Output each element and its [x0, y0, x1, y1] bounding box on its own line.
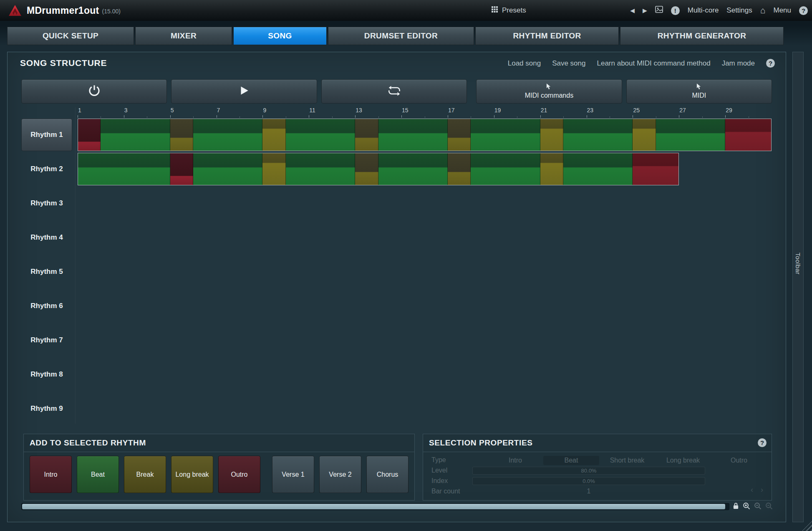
level-slider[interactable]: 80.0%: [472, 467, 705, 475]
zoom-out-icon[interactable]: [754, 502, 762, 511]
track-label-rhythm-3[interactable]: Rhythm 3: [21, 187, 72, 220]
midi-method-link[interactable]: Learn about MIDI command method: [597, 59, 710, 68]
save-song-link[interactable]: Save song: [552, 59, 585, 68]
track-lane-rhythm-9[interactable]: [78, 392, 772, 425]
add-verse-1-button[interactable]: Verse 1: [272, 456, 314, 493]
help-icon[interactable]: ?: [766, 59, 775, 68]
segment-beat[interactable]: [101, 119, 170, 151]
tab-drumset-editor[interactable]: DRUMSET EDITOR: [328, 27, 474, 45]
segment-beat[interactable]: [656, 119, 725, 151]
type-option-outro[interactable]: Outro: [711, 456, 767, 465]
help-icon[interactable]: ?: [799, 6, 808, 15]
segment-break[interactable]: [448, 153, 471, 185]
segment-break[interactable]: [448, 119, 471, 151]
track-label-rhythm-4[interactable]: Rhythm 4: [21, 221, 72, 254]
type-option-short-break[interactable]: Short break: [599, 456, 655, 465]
segment-beat[interactable]: [563, 153, 633, 185]
tab-mixer[interactable]: MIXER: [135, 27, 232, 45]
segment-intro[interactable]: [170, 153, 193, 185]
segment-longbreak[interactable]: [540, 153, 563, 185]
prev-selection-icon[interactable]: ‹: [751, 485, 753, 494]
add-long-break-button[interactable]: Long break: [171, 456, 213, 493]
section-title: SONG STRUCTURE: [20, 58, 107, 68]
resize-grip-icon[interactable]: [802, 521, 812, 531]
segment-beat[interactable]: [193, 153, 262, 185]
track-lane-rhythm-5[interactable]: [78, 255, 772, 288]
segment-beat[interactable]: [193, 119, 262, 151]
type-option-long-break[interactable]: Long break: [655, 456, 711, 465]
track-label-rhythm-9[interactable]: Rhythm 9: [21, 392, 72, 425]
track-label-rhythm-2[interactable]: Rhythm 2: [21, 153, 72, 185]
add-chorus-button[interactable]: Chorus: [366, 456, 409, 493]
load-song-link[interactable]: Load song: [508, 59, 541, 68]
alert-icon[interactable]: !: [671, 6, 680, 15]
segment-beat[interactable]: [78, 153, 170, 185]
help-icon[interactable]: ?: [758, 438, 767, 447]
track-label-rhythm-8[interactable]: Rhythm 8: [21, 358, 72, 391]
next-selection-icon[interactable]: ›: [761, 485, 763, 494]
tab-rhythm-generator[interactable]: RHYTHM GENERATOR: [620, 27, 784, 45]
segment-intro[interactable]: [78, 119, 101, 151]
bar-ruler[interactable]: 1357911131517192123252729: [78, 106, 772, 118]
segment-longbreak[interactable]: [262, 119, 285, 151]
segment-longbreak[interactable]: [262, 153, 285, 185]
track-lane-rhythm-3[interactable]: [78, 187, 772, 220]
segment-beat[interactable]: [471, 119, 540, 151]
type-option-beat[interactable]: Beat: [543, 456, 599, 465]
segment-beat[interactable]: [563, 119, 633, 151]
toolbar-strip[interactable]: Toolbar: [792, 52, 804, 522]
midi-commands-button[interactable]: MIDI commands: [476, 79, 622, 104]
segment-beat[interactable]: [286, 153, 355, 185]
add-beat-button[interactable]: Beat: [77, 456, 119, 493]
zoom-reset-icon[interactable]: [765, 502, 773, 511]
settings-button[interactable]: Settings: [726, 6, 752, 15]
track-label-rhythm-6[interactable]: Rhythm 6: [21, 290, 72, 322]
segment-beat[interactable]: [286, 119, 355, 151]
track-label-rhythm-7[interactable]: Rhythm 7: [21, 324, 72, 357]
bar-count-value[interactable]: 1: [472, 488, 705, 495]
track-lane-rhythm-8[interactable]: [78, 358, 772, 391]
add-intro-button[interactable]: Intro: [30, 456, 72, 493]
horizontal-scrollbar[interactable]: [21, 503, 729, 510]
loop-button[interactable]: [321, 79, 467, 104]
track-lane-rhythm-7[interactable]: [78, 324, 772, 357]
add-verse-2-button[interactable]: Verse 2: [319, 456, 361, 493]
segment-longbreak[interactable]: [540, 119, 563, 151]
multi-core-button[interactable]: Multi-core: [688, 6, 719, 15]
tab-quick-setup[interactable]: QUICK SETUP: [7, 27, 134, 45]
play-button[interactable]: [171, 79, 317, 104]
segment-outro[interactable]: [633, 153, 679, 185]
segment-beat[interactable]: [378, 153, 448, 185]
power-button[interactable]: [21, 79, 167, 104]
menu-button[interactable]: Menu: [773, 6, 791, 15]
track-lane-rhythm-1[interactable]: [78, 119, 772, 151]
segment-break[interactable]: [170, 119, 193, 151]
tab-song[interactable]: SONG: [233, 27, 327, 45]
index-slider[interactable]: 0.0%: [472, 477, 705, 485]
midi-button[interactable]: MIDI: [626, 79, 772, 104]
tab-rhythm-editor[interactable]: RHYTHM EDITOR: [475, 27, 619, 45]
segment-beat[interactable]: [471, 153, 540, 185]
image-icon[interactable]: [655, 6, 663, 15]
track-lane-rhythm-4[interactable]: [78, 221, 772, 254]
home-icon[interactable]: ⌂: [760, 5, 766, 15]
track-label-rhythm-5[interactable]: Rhythm 5: [21, 255, 72, 288]
add-break-button[interactable]: Break: [124, 456, 166, 493]
track-label-rhythm-1[interactable]: Rhythm 1: [21, 119, 72, 151]
add-outro-button[interactable]: Outro: [218, 456, 260, 493]
track-lane-rhythm-6[interactable]: [78, 290, 772, 322]
lock-icon[interactable]: [733, 502, 739, 511]
segment-break[interactable]: [355, 153, 378, 185]
segment-outro[interactable]: [725, 119, 772, 151]
presets-button[interactable]: Presets: [492, 6, 526, 15]
history-forward-icon[interactable]: ▶: [643, 7, 647, 14]
segment-longbreak[interactable]: [633, 119, 656, 151]
segment-beat[interactable]: [378, 119, 448, 151]
zoom-in-icon[interactable]: [743, 502, 750, 511]
jam-mode-link[interactable]: Jam mode: [722, 59, 755, 68]
scrollbar-thumb[interactable]: [22, 504, 725, 509]
type-option-intro[interactable]: Intro: [487, 456, 543, 465]
history-back-icon[interactable]: ◀: [630, 7, 635, 14]
track-lane-rhythm-2[interactable]: [78, 153, 772, 185]
segment-break[interactable]: [355, 119, 378, 151]
